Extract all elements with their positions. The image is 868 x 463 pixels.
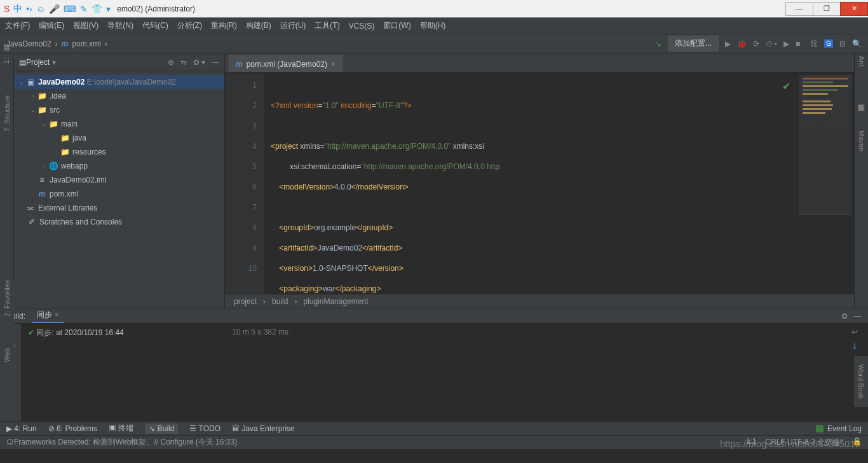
scroll-end-icon[interactable]: ⤓ [851,342,864,350]
locate-icon[interactable]: ⊕ [168,58,174,67]
ime-emoji-icon[interactable]: ☺ [36,4,45,14]
tree-item[interactable]: ≡JavaDemo02.iml [14,173,224,187]
status-notify-icon[interactable]: 🗨 [6,438,14,447]
tool-web[interactable]: Web [3,348,11,362]
tree-item[interactable]: ›📁.idea [14,89,224,103]
left-tool-strip-2: 2: Favorites Web [0,280,14,407]
build-hammer-icon[interactable]: ↘ [655,39,661,48]
left-tool-strip: 1: 项目 7: Structure [0,53,14,308]
menu-analyze[interactable]: 分析(Z) [177,20,202,31]
tree-item[interactable]: 📁resources [14,145,224,159]
project-view-label[interactable]: Project [26,58,50,67]
tool-terminal[interactable]: ▣ 终端 [109,423,133,434]
collapse-icon[interactable]: ⇆ [180,58,187,67]
attach-icon[interactable]: ▶ [783,39,789,48]
tree-external-libs[interactable]: ›⫘External Libraries [14,201,224,215]
tree-item[interactable]: mpom.xml [14,187,224,201]
menu-run[interactable]: 运行(U) [280,20,306,31]
menu-tools[interactable]: 工具(T) [315,20,339,31]
maven-icon: m [236,60,243,69]
build-tab-sync[interactable]: 同步 × [32,308,64,323]
debug-icon[interactable]: 🐞 [737,39,747,48]
tool-structure[interactable]: 7: Structure [3,95,11,132]
right-tool-wordbook[interactable]: Word Book [854,356,868,407]
ime-punct-icon[interactable]: •› [26,4,32,14]
code-editor[interactable]: 12345678910 <?xml version="1.0" encoding… [225,73,854,294]
tool-build[interactable]: ↘ Build [145,424,178,434]
window-title: emo02) (Administrator) [114,4,786,13]
breadcrumb: JavaDemo02› m pom.xml› [6,39,107,48]
tree-scratches[interactable]: ✐Scratches and Consoles [14,215,224,229]
close-button[interactable]: ✕ [840,2,868,16]
right-tool-strip: Ant 数据库 Maven [854,53,868,308]
project-tool-window: ▤ Project ▾ ⊕ ⇆ ✿ ▾ — ⌄▣ JavaDemo02 E:\c… [14,53,225,308]
menu-refactor[interactable]: 重构(R) [211,20,237,31]
bottom-tool-bar: ▶ 4: Run ⊘ 6: Problems ▣ 终端 ↘ Build ☰ TO… [0,421,868,435]
folder-icon: ▤ [19,58,26,67]
ide-settings-icon[interactable]: ⊟ [839,39,846,48]
gear-icon[interactable]: ✿ ▾ [193,58,205,67]
search-icon[interactable]: 🔍 [852,39,862,48]
menu-view[interactable]: 视图(V) [73,20,98,31]
menu-nav[interactable]: 导航(N) [107,20,133,31]
coverage-icon[interactable]: ⟳ [753,39,759,48]
profile-icon[interactable]: ⏲▾ [766,39,777,48]
status-message[interactable]: Frameworks Detected: 检测到Web框架。// Configu… [14,437,237,448]
tree-item[interactable]: ⌄📁main [14,117,224,131]
code-content[interactable]: <?xml version="1.0" encoding="UTF-8"?> <… [264,73,854,294]
crumb-project[interactable]: project [234,297,257,306]
tab-close-icon[interactable]: × [331,60,336,69]
bc-file[interactable]: pom.xml [72,39,100,48]
inspection-ok-icon[interactable]: ✔ [782,76,790,97]
tool-ant[interactable]: Ant [858,56,865,67]
git-icon[interactable]: ⛓ [810,39,818,48]
build-gear-icon[interactable]: ✿ [841,312,848,321]
tool-problems[interactable]: ⊘ 6: Problems [48,424,97,433]
crumb-plugin[interactable]: pluginManagement [303,297,368,306]
tree-item[interactable]: ›🌐webapp [14,159,224,173]
tool-run[interactable]: ▶ 4: Run [6,424,37,433]
soft-wrap-icon[interactable]: ↩ [851,328,864,336]
event-log-button[interactable]: Event Log [816,424,862,433]
project-tree[interactable]: ⌄▣ JavaDemo02 E:\code\java\JavaDemo02 ›📁… [14,71,224,233]
bc-project[interactable]: JavaDemo02 [6,39,51,48]
code-minimap[interactable] [799,75,851,215]
hide-icon[interactable]: — [212,58,219,67]
ime-toolbar: S 中 •› ☺ 🎤 ⌨ ✎ 👕 ▾ [0,3,114,15]
build-hide-icon[interactable]: — [854,312,862,321]
ime-kbd-icon[interactable]: ⌨ [64,4,76,14]
menu-edit[interactable]: 编辑(E) [39,20,64,31]
tool-maven[interactable]: Maven [858,130,865,151]
menu-help[interactable]: 帮助(H) [420,20,446,31]
editor-tab-pom[interactable]: m pom.xml (JavaDemo02) × [229,55,342,72]
tree-item[interactable]: ⌄📁src [14,103,224,117]
tool-favorites[interactable]: 2: Favorites [3,280,11,316]
run-icon[interactable]: ▶ [725,39,731,48]
ime-shirt-icon[interactable]: 👕 [92,4,102,14]
tool-project[interactable]: 1: 项目 [2,56,11,64]
ime-tool-icon[interactable]: ✎ [80,4,88,14]
maven-icon: m [62,39,69,48]
minimize-button[interactable]: — [785,2,813,16]
menu-file[interactable]: 文件(F) [5,20,30,31]
maximize-button[interactable]: ❐ [813,2,841,16]
tool-java-ee[interactable]: 🏛 Java Enterprise [232,424,295,433]
menu-code[interactable]: 代码(C) [142,20,168,31]
menu-build[interactable]: 构建(B) [246,20,271,31]
build-sync-row[interactable]: 同步: at 2020/10/19 16:44 [28,328,124,338]
run-config-button[interactable]: 添加配置... [668,36,719,52]
stop-icon[interactable]: ■ [796,39,800,48]
build-duration: 10 m 5 s 382 ms [232,328,288,338]
tree-root[interactable]: ⌄▣ JavaDemo02 E:\code\java\JavaDemo02 [14,75,224,89]
crumb-build[interactable]: build [272,297,288,306]
ime-lang-icon[interactable]: 中 [13,3,22,15]
menu-vcs[interactable]: VCS(S) [349,22,375,31]
ime-mic-icon[interactable]: 🎤 [49,4,60,14]
sogou-icon[interactable]: S [4,4,10,14]
build-tree[interactable]: 同步: at 2020/10/19 16:44 10 m 5 s 382 ms [22,324,295,421]
tree-item[interactable]: 📁java [14,131,224,145]
tool-todo[interactable]: ☰ TODO [189,424,220,433]
search-everywhere-icon[interactable]: G [824,39,833,48]
ime-menu-icon[interactable]: ▾ [106,4,111,14]
menu-window[interactable]: 窗口(W) [383,20,410,31]
